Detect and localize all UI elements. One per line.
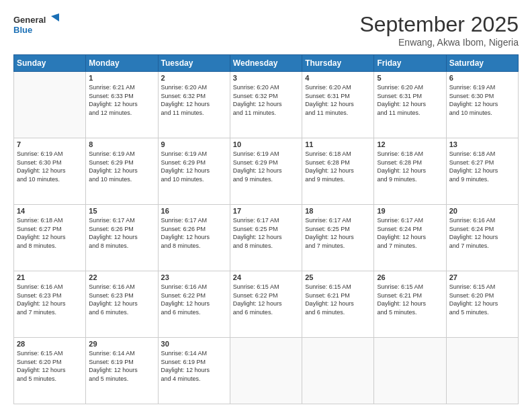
col-friday: Friday — [374, 55, 446, 72]
day-number: 14 — [17, 207, 83, 215]
calendar-week-row: 1Sunrise: 6:21 AM Sunset: 6:33 PM Daylig… — [14, 72, 519, 138]
calendar-week-row: 7Sunrise: 6:19 AM Sunset: 6:30 PM Daylig… — [14, 138, 519, 205]
table-row: 19Sunrise: 6:17 AM Sunset: 6:24 PM Dayli… — [374, 205, 446, 271]
day-number: 2 — [161, 74, 227, 82]
day-info: Sunrise: 6:18 AM Sunset: 6:28 PM Dayligh… — [377, 150, 443, 183]
day-info: Sunrise: 6:17 AM Sunset: 6:24 PM Dayligh… — [377, 216, 443, 250]
day-info: Sunrise: 6:17 AM Sunset: 6:25 PM Dayligh… — [233, 216, 299, 250]
day-number: 9 — [161, 140, 227, 148]
page: General Blue September 2025 Enwang, Akwa… — [0, 0, 532, 411]
day-number: 21 — [17, 273, 83, 281]
table-row: 10Sunrise: 6:19 AM Sunset: 6:29 PM Dayli… — [230, 138, 302, 205]
day-info: Sunrise: 6:20 AM Sunset: 6:31 PM Dayligh… — [305, 83, 371, 117]
table-row: 13Sunrise: 6:18 AM Sunset: 6:27 PM Dayli… — [446, 138, 518, 205]
col-wednesday: Wednesday — [230, 55, 302, 72]
title-block: September 2025 Enwang, Akwa Ibom, Nigeri… — [359, 12, 519, 48]
calendar-week-row: 14Sunrise: 6:18 AM Sunset: 6:27 PM Dayli… — [14, 205, 519, 271]
table-row: 9Sunrise: 6:19 AM Sunset: 6:29 PM Daylig… — [158, 138, 230, 205]
day-number: 13 — [449, 140, 515, 148]
table-row — [302, 338, 374, 404]
calendar-week-row: 21Sunrise: 6:16 AM Sunset: 6:23 PM Dayli… — [14, 271, 519, 338]
table-row: 27Sunrise: 6:15 AM Sunset: 6:20 PM Dayli… — [446, 271, 518, 338]
day-info: Sunrise: 6:15 AM Sunset: 6:22 PM Dayligh… — [233, 283, 299, 316]
logo: General Blue — [13, 12, 60, 36]
table-row — [14, 72, 86, 138]
day-info: Sunrise: 6:19 AM Sunset: 6:29 PM Dayligh… — [161, 150, 227, 183]
subtitle: Enwang, Akwa Ibom, Nigeria — [359, 37, 519, 48]
svg-text:Blue: Blue — [13, 25, 32, 35]
col-saturday: Saturday — [446, 55, 518, 72]
table-row: 16Sunrise: 6:17 AM Sunset: 6:26 PM Dayli… — [158, 205, 230, 271]
day-number: 5 — [377, 74, 443, 82]
table-row: 1Sunrise: 6:21 AM Sunset: 6:33 PM Daylig… — [86, 72, 158, 138]
day-number: 7 — [17, 140, 83, 148]
svg-marker-2 — [51, 13, 59, 21]
day-info: Sunrise: 6:14 AM Sunset: 6:19 PM Dayligh… — [89, 349, 154, 383]
day-info: Sunrise: 6:18 AM Sunset: 6:27 PM Dayligh… — [17, 216, 83, 250]
table-row: 6Sunrise: 6:19 AM Sunset: 6:30 PM Daylig… — [446, 72, 518, 138]
day-number: 6 — [449, 74, 515, 82]
day-number: 26 — [377, 273, 443, 281]
generalblue-logo: General Blue — [13, 12, 60, 36]
table-row: 23Sunrise: 6:16 AM Sunset: 6:22 PM Dayli… — [158, 271, 230, 338]
day-info: Sunrise: 6:16 AM Sunset: 6:23 PM Dayligh… — [89, 283, 154, 316]
day-info: Sunrise: 6:15 AM Sunset: 6:21 PM Dayligh… — [305, 283, 371, 316]
day-info: Sunrise: 6:16 AM Sunset: 6:22 PM Dayligh… — [161, 283, 227, 316]
day-info: Sunrise: 6:21 AM Sunset: 6:33 PM Dayligh… — [89, 83, 154, 117]
day-number: 22 — [89, 273, 154, 281]
day-number: 11 — [305, 140, 371, 148]
day-number: 20 — [449, 207, 515, 215]
day-number: 3 — [233, 74, 299, 82]
col-monday: Monday — [86, 55, 158, 72]
table-row: 11Sunrise: 6:18 AM Sunset: 6:28 PM Dayli… — [302, 138, 374, 205]
table-row: 24Sunrise: 6:15 AM Sunset: 6:22 PM Dayli… — [230, 271, 302, 338]
day-number: 16 — [161, 207, 227, 215]
calendar-table: Sunday Monday Tuesday Wednesday Thursday… — [13, 54, 519, 404]
day-info: Sunrise: 6:15 AM Sunset: 6:20 PM Dayligh… — [449, 283, 515, 316]
day-info: Sunrise: 6:20 AM Sunset: 6:31 PM Dayligh… — [377, 83, 443, 117]
day-info: Sunrise: 6:19 AM Sunset: 6:29 PM Dayligh… — [89, 150, 154, 183]
day-info: Sunrise: 6:20 AM Sunset: 6:32 PM Dayligh… — [161, 83, 227, 117]
day-number: 1 — [89, 74, 154, 82]
day-info: Sunrise: 6:15 AM Sunset: 6:21 PM Dayligh… — [377, 283, 443, 316]
table-row: 25Sunrise: 6:15 AM Sunset: 6:21 PM Dayli… — [302, 271, 374, 338]
table-row: 7Sunrise: 6:19 AM Sunset: 6:30 PM Daylig… — [14, 138, 86, 205]
day-number: 17 — [233, 207, 299, 215]
header: General Blue September 2025 Enwang, Akwa… — [13, 12, 519, 48]
table-row: 22Sunrise: 6:16 AM Sunset: 6:23 PM Dayli… — [86, 271, 158, 338]
day-info: Sunrise: 6:17 AM Sunset: 6:25 PM Dayligh… — [305, 216, 371, 250]
table-row: 8Sunrise: 6:19 AM Sunset: 6:29 PM Daylig… — [86, 138, 158, 205]
table-row — [374, 338, 446, 404]
svg-text:General: General — [13, 15, 46, 25]
day-number: 28 — [17, 340, 83, 348]
table-row: 4Sunrise: 6:20 AM Sunset: 6:31 PM Daylig… — [302, 72, 374, 138]
table-row: 2Sunrise: 6:20 AM Sunset: 6:32 PM Daylig… — [158, 72, 230, 138]
table-row: 18Sunrise: 6:17 AM Sunset: 6:25 PM Dayli… — [302, 205, 374, 271]
table-row: 17Sunrise: 6:17 AM Sunset: 6:25 PM Dayli… — [230, 205, 302, 271]
day-number: 27 — [449, 273, 515, 281]
day-info: Sunrise: 6:14 AM Sunset: 6:19 PM Dayligh… — [161, 349, 227, 383]
table-row: 28Sunrise: 6:15 AM Sunset: 6:20 PM Dayli… — [14, 338, 86, 404]
day-number: 10 — [233, 140, 299, 148]
day-number: 19 — [377, 207, 443, 215]
table-row: 3Sunrise: 6:20 AM Sunset: 6:32 PM Daylig… — [230, 72, 302, 138]
day-info: Sunrise: 6:19 AM Sunset: 6:29 PM Dayligh… — [233, 150, 299, 183]
day-info: Sunrise: 6:17 AM Sunset: 6:26 PM Dayligh… — [161, 216, 227, 250]
day-number: 4 — [305, 74, 371, 82]
day-info: Sunrise: 6:18 AM Sunset: 6:27 PM Dayligh… — [449, 150, 515, 183]
calendar-week-row: 28Sunrise: 6:15 AM Sunset: 6:20 PM Dayli… — [14, 338, 519, 404]
col-thursday: Thursday — [302, 55, 374, 72]
day-number: 23 — [161, 273, 227, 281]
day-info: Sunrise: 6:15 AM Sunset: 6:20 PM Dayligh… — [17, 349, 83, 383]
day-number: 8 — [89, 140, 154, 148]
day-number: 25 — [305, 273, 371, 281]
col-sunday: Sunday — [14, 55, 86, 72]
day-info: Sunrise: 6:16 AM Sunset: 6:23 PM Dayligh… — [17, 283, 83, 316]
calendar-header-row: Sunday Monday Tuesday Wednesday Thursday… — [14, 55, 519, 72]
table-row — [446, 338, 518, 404]
table-row: 12Sunrise: 6:18 AM Sunset: 6:28 PM Dayli… — [374, 138, 446, 205]
table-row: 20Sunrise: 6:16 AM Sunset: 6:24 PM Dayli… — [446, 205, 518, 271]
table-row: 26Sunrise: 6:15 AM Sunset: 6:21 PM Dayli… — [374, 271, 446, 338]
table-row: 21Sunrise: 6:16 AM Sunset: 6:23 PM Dayli… — [14, 271, 86, 338]
table-row — [230, 338, 302, 404]
